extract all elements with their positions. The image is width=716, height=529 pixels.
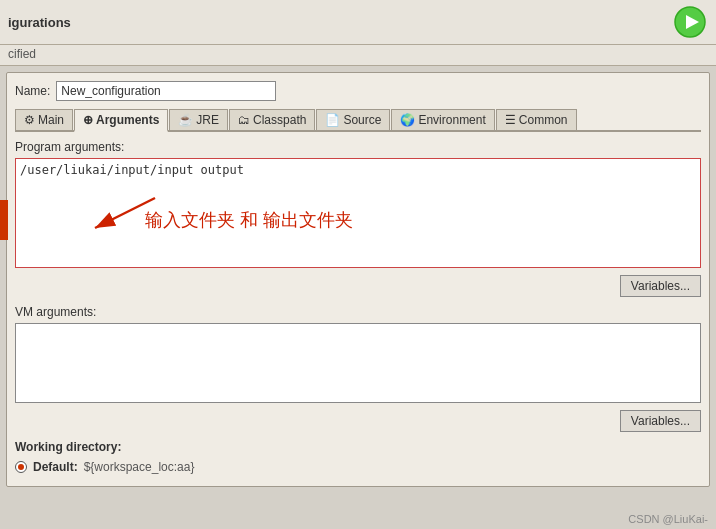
program-args-input[interactable]: /user/liukai/input/input output <box>15 158 701 268</box>
vm-args-label: VM arguments: <box>15 305 701 319</box>
working-dir-label: Working directory: <box>15 440 701 454</box>
environment-icon: 🌍 <box>400 113 415 127</box>
main-icon: ⚙ <box>24 113 35 127</box>
tab-common[interactable]: ☰ Common <box>496 109 577 130</box>
args-container: /user/liukai/input/input output 输入文件夹 和 … <box>15 158 701 271</box>
radio-dot <box>18 464 24 470</box>
run-icon <box>674 6 706 38</box>
name-label: Name: <box>15 84 50 98</box>
tab-arguments-label: Arguments <box>96 113 159 127</box>
tab-environment[interactable]: 🌍 Environment <box>391 109 494 130</box>
default-radio[interactable] <box>15 461 27 473</box>
tab-jre[interactable]: ☕ JRE <box>169 109 228 130</box>
variables-btn-row: Variables... <box>15 275 701 297</box>
tab-jre-label: JRE <box>196 113 219 127</box>
watermark: CSDN @LiuKai- <box>628 513 708 525</box>
common-icon: ☰ <box>505 113 516 127</box>
tab-main-label: Main <box>38 113 64 127</box>
tabs-row: ⚙ Main ⊕ Arguments ☕ JRE 🗂 Classpath 📄 S… <box>15 109 701 132</box>
classpath-icon: 🗂 <box>238 113 250 127</box>
arguments-icon: ⊕ <box>83 113 93 127</box>
vm-vars-btn-row: Variables... <box>15 410 701 432</box>
tab-common-label: Common <box>519 113 568 127</box>
tab-classpath[interactable]: 🗂 Classpath <box>229 109 315 130</box>
tab-environment-label: Environment <box>418 113 485 127</box>
main-panel: Name: ⚙ Main ⊕ Arguments ☕ JRE 🗂 Classpa… <box>6 72 710 487</box>
tab-arguments[interactable]: ⊕ Arguments <box>74 109 168 132</box>
tab-source-label: Source <box>343 113 381 127</box>
jre-icon: ☕ <box>178 113 193 127</box>
name-input[interactable] <box>56 81 276 101</box>
program-args-label: Program arguments: <box>15 140 701 154</box>
name-row: Name: <box>15 81 701 101</box>
default-label: Default: <box>33 460 78 474</box>
workspace-value: ${workspace_loc:aa} <box>84 460 195 474</box>
vm-variables-button[interactable]: Variables... <box>620 410 701 432</box>
program-variables-button[interactable]: Variables... <box>620 275 701 297</box>
top-bar: igurations <box>0 0 716 45</box>
tab-main[interactable]: ⚙ Main <box>15 109 73 130</box>
source-icon: 📄 <box>325 113 340 127</box>
working-dir-default-row: Default: ${workspace_loc:aa} <box>15 460 701 474</box>
subtitle: cified <box>0 45 716 66</box>
vm-args-input[interactable] <box>15 323 701 403</box>
red-side-indicator <box>0 200 8 240</box>
tab-classpath-label: Classpath <box>253 113 306 127</box>
window-title: igurations <box>8 15 71 30</box>
run-button[interactable] <box>672 4 708 40</box>
tab-source[interactable]: 📄 Source <box>316 109 390 130</box>
